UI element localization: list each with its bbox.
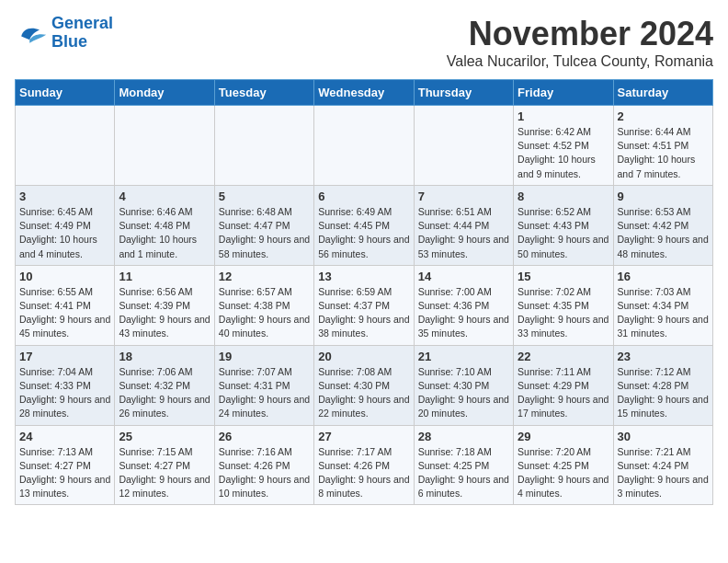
calendar-cell: [115, 106, 214, 186]
calendar-week: 1Sunrise: 6:42 AM Sunset: 4:52 PM Daylig…: [16, 106, 713, 186]
day-number: 4: [119, 190, 210, 203]
day-number: 12: [219, 270, 310, 283]
calendar-cell: 14Sunrise: 7:00 AM Sunset: 4:36 PM Dayli…: [414, 265, 513, 345]
day-number: 9: [618, 190, 709, 203]
calendar-cell: 28Sunrise: 7:18 AM Sunset: 4:25 PM Dayli…: [414, 425, 513, 505]
title-block: November 2024 Valea Nucarilor, Tulcea Co…: [447, 15, 713, 70]
day-number: 7: [418, 190, 509, 203]
day-number: 26: [219, 430, 310, 443]
column-header-saturday: Saturday: [613, 80, 712, 106]
calendar-cell: 9Sunrise: 6:53 AM Sunset: 4:42 PM Daylig…: [613, 185, 712, 265]
day-number: 1: [518, 109, 609, 123]
day-info: Sunrise: 6:56 AM Sunset: 4:39 PM Dayligh…: [119, 285, 210, 341]
month-title: November 2024: [447, 15, 713, 53]
day-info: Sunrise: 6:48 AM Sunset: 4:47 PM Dayligh…: [219, 205, 310, 261]
column-header-thursday: Thursday: [414, 80, 513, 106]
day-info: Sunrise: 7:12 AM Sunset: 4:28 PM Dayligh…: [618, 365, 709, 421]
calendar-week: 24Sunrise: 7:13 AM Sunset: 4:27 PM Dayli…: [16, 425, 713, 505]
calendar-cell: 29Sunrise: 7:20 AM Sunset: 4:25 PM Dayli…: [514, 425, 613, 505]
day-number: 21: [418, 350, 509, 363]
day-number: 23: [618, 350, 709, 363]
calendar-cell: 10Sunrise: 6:55 AM Sunset: 4:41 PM Dayli…: [16, 265, 115, 345]
calendar-week: 10Sunrise: 6:55 AM Sunset: 4:41 PM Dayli…: [16, 265, 713, 345]
calendar-cell: 30Sunrise: 7:21 AM Sunset: 4:24 PM Dayli…: [613, 425, 712, 505]
calendar-cell: 4Sunrise: 6:46 AM Sunset: 4:48 PM Daylig…: [115, 185, 214, 265]
calendar-cell: 26Sunrise: 7:16 AM Sunset: 4:26 PM Dayli…: [214, 425, 313, 505]
calendar-cell: 6Sunrise: 6:49 AM Sunset: 4:45 PM Daylig…: [314, 185, 414, 265]
calendar-cell: 12Sunrise: 6:57 AM Sunset: 4:38 PM Dayli…: [214, 265, 313, 345]
calendar-cell: 17Sunrise: 7:04 AM Sunset: 4:33 PM Dayli…: [16, 345, 115, 425]
day-info: Sunrise: 7:02 AM Sunset: 4:35 PM Dayligh…: [518, 285, 609, 341]
day-number: 18: [119, 350, 210, 363]
day-info: Sunrise: 7:04 AM Sunset: 4:33 PM Dayligh…: [19, 365, 110, 421]
calendar-week: 17Sunrise: 7:04 AM Sunset: 4:33 PM Dayli…: [16, 345, 713, 425]
day-info: Sunrise: 6:45 AM Sunset: 4:49 PM Dayligh…: [19, 205, 110, 261]
day-number: 14: [418, 270, 509, 283]
calendar-cell: 16Sunrise: 7:03 AM Sunset: 4:34 PM Dayli…: [613, 265, 712, 345]
calendar-header: SundayMondayTuesdayWednesdayThursdayFrid…: [16, 80, 713, 106]
calendar-cell: 23Sunrise: 7:12 AM Sunset: 4:28 PM Dayli…: [613, 345, 712, 425]
calendar-table: SundayMondayTuesdayWednesdayThursdayFrid…: [15, 79, 713, 505]
day-number: 5: [219, 190, 310, 203]
day-info: Sunrise: 6:51 AM Sunset: 4:44 PM Dayligh…: [418, 205, 509, 261]
day-number: 16: [618, 270, 709, 283]
day-info: Sunrise: 7:11 AM Sunset: 4:29 PM Dayligh…: [518, 365, 609, 421]
day-number: 6: [318, 190, 409, 203]
day-number: 30: [618, 430, 709, 443]
day-info: Sunrise: 7:20 AM Sunset: 4:25 PM Dayligh…: [518, 445, 609, 501]
calendar-cell: 13Sunrise: 6:59 AM Sunset: 4:37 PM Dayli…: [314, 265, 414, 345]
calendar-cell: 18Sunrise: 7:06 AM Sunset: 4:32 PM Dayli…: [115, 345, 214, 425]
location-subtitle: Valea Nucarilor, Tulcea County, Romania: [447, 53, 713, 70]
day-info: Sunrise: 6:52 AM Sunset: 4:43 PM Dayligh…: [518, 205, 609, 261]
day-number: 29: [518, 430, 609, 443]
day-info: Sunrise: 7:18 AM Sunset: 4:25 PM Dayligh…: [418, 445, 509, 501]
logo-text: General Blue: [51, 15, 113, 52]
day-info: Sunrise: 7:08 AM Sunset: 4:30 PM Dayligh…: [318, 365, 409, 421]
calendar-cell: 27Sunrise: 7:17 AM Sunset: 4:26 PM Dayli…: [314, 425, 414, 505]
day-info: Sunrise: 6:46 AM Sunset: 4:48 PM Dayligh…: [119, 205, 210, 261]
day-info: Sunrise: 7:07 AM Sunset: 4:31 PM Dayligh…: [219, 365, 310, 421]
column-header-monday: Monday: [115, 80, 214, 106]
day-number: 22: [518, 350, 609, 363]
calendar-cell: [16, 106, 115, 186]
day-info: Sunrise: 7:21 AM Sunset: 4:24 PM Dayligh…: [618, 445, 709, 501]
day-number: 11: [119, 270, 210, 283]
calendar-cell: 5Sunrise: 6:48 AM Sunset: 4:47 PM Daylig…: [214, 185, 313, 265]
day-number: 8: [518, 190, 609, 203]
day-number: 24: [19, 430, 110, 443]
header-row: SundayMondayTuesdayWednesdayThursdayFrid…: [16, 80, 713, 106]
day-info: Sunrise: 6:44 AM Sunset: 4:51 PM Dayligh…: [618, 125, 709, 181]
calendar-cell: 7Sunrise: 6:51 AM Sunset: 4:44 PM Daylig…: [414, 185, 513, 265]
column-header-tuesday: Tuesday: [214, 80, 313, 106]
page-header: General Blue November 2024 Valea Nucaril…: [15, 15, 713, 70]
day-info: Sunrise: 6:59 AM Sunset: 4:37 PM Dayligh…: [318, 285, 409, 341]
calendar-cell: 15Sunrise: 7:02 AM Sunset: 4:35 PM Dayli…: [514, 265, 613, 345]
calendar-cell: 2Sunrise: 6:44 AM Sunset: 4:51 PM Daylig…: [613, 106, 712, 186]
day-info: Sunrise: 6:55 AM Sunset: 4:41 PM Dayligh…: [19, 285, 110, 341]
calendar-cell: 22Sunrise: 7:11 AM Sunset: 4:29 PM Dayli…: [514, 345, 613, 425]
logo-line2: Blue: [51, 32, 87, 51]
calendar-cell: 11Sunrise: 6:56 AM Sunset: 4:39 PM Dayli…: [115, 265, 214, 345]
day-number: 13: [318, 270, 409, 283]
logo: General Blue: [15, 15, 113, 52]
calendar-cell: 19Sunrise: 7:07 AM Sunset: 4:31 PM Dayli…: [214, 345, 313, 425]
day-info: Sunrise: 7:15 AM Sunset: 4:27 PM Dayligh…: [119, 445, 210, 501]
day-info: Sunrise: 7:00 AM Sunset: 4:36 PM Dayligh…: [418, 285, 509, 341]
day-info: Sunrise: 7:10 AM Sunset: 4:30 PM Dayligh…: [418, 365, 509, 421]
logo-icon: [15, 19, 48, 47]
calendar-cell: 1Sunrise: 6:42 AM Sunset: 4:52 PM Daylig…: [514, 106, 613, 186]
calendar-week: 3Sunrise: 6:45 AM Sunset: 4:49 PM Daylig…: [16, 185, 713, 265]
day-number: 19: [219, 350, 310, 363]
day-number: 17: [19, 350, 110, 363]
calendar-cell: 25Sunrise: 7:15 AM Sunset: 4:27 PM Dayli…: [115, 425, 214, 505]
day-info: Sunrise: 7:17 AM Sunset: 4:26 PM Dayligh…: [318, 445, 409, 501]
column-header-sunday: Sunday: [16, 80, 115, 106]
calendar-cell: 24Sunrise: 7:13 AM Sunset: 4:27 PM Dayli…: [16, 425, 115, 505]
day-info: Sunrise: 6:42 AM Sunset: 4:52 PM Dayligh…: [518, 125, 609, 181]
calendar-cell: [414, 106, 513, 186]
calendar-cell: [314, 106, 414, 186]
day-info: Sunrise: 7:06 AM Sunset: 4:32 PM Dayligh…: [119, 365, 210, 421]
day-number: 3: [19, 190, 110, 203]
day-number: 25: [119, 430, 210, 443]
calendar-cell: 3Sunrise: 6:45 AM Sunset: 4:49 PM Daylig…: [16, 185, 115, 265]
